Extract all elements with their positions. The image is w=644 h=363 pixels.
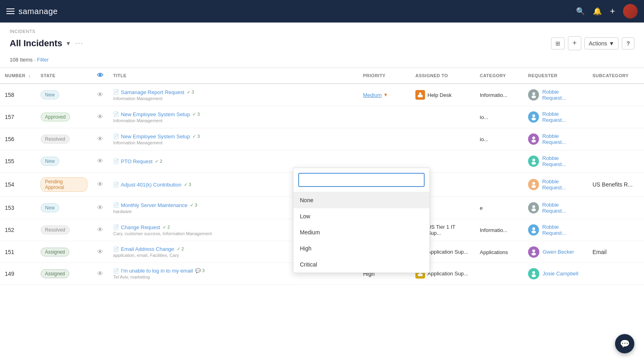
state-badge: Assigned	[41, 269, 69, 278]
doc-icon: 📄	[113, 224, 119, 230]
svg-point-12	[532, 205, 535, 208]
cell-number: 156	[0, 128, 36, 150]
col-number: NUMBER ↓	[0, 68, 36, 84]
cell-category: e	[475, 197, 523, 219]
priority-option-high[interactable]: High	[293, 240, 429, 256]
title-link[interactable]: Samanage Report Request	[121, 89, 184, 95]
eye-icon[interactable]: 👁	[97, 113, 103, 120]
requester-name[interactable]: Robbie Request...	[542, 111, 583, 123]
grid-view-button[interactable]: ⊞	[551, 37, 565, 49]
requester-avatar	[528, 156, 539, 167]
eye-icon[interactable]: 👁	[97, 204, 103, 211]
eye-icon[interactable]: 👁	[97, 135, 103, 142]
filter-link[interactable]: Filter	[37, 57, 49, 63]
actions-button[interactable]: Actions ▼	[584, 37, 619, 49]
cell-requester: Robbie Request...	[523, 84, 588, 106]
title-link[interactable]: Monthly Server Maintenance	[121, 202, 187, 208]
cell-assigned	[411, 128, 475, 150]
col-assigned: ASSIGNED TO	[411, 68, 475, 84]
requester-name[interactable]: Robbie Request...	[542, 202, 583, 214]
title-link[interactable]: Adjust 401(k) Contribution	[121, 182, 181, 188]
doc-icon: 📄	[113, 111, 119, 117]
priority-search-input[interactable]	[298, 173, 425, 187]
eye-icon[interactable]: 👁	[97, 91, 103, 98]
row-number: 149	[5, 271, 14, 277]
cell-subcategory	[588, 263, 644, 285]
sort-icon-number[interactable]: ↓	[29, 73, 31, 78]
eye-icon[interactable]: 👁	[97, 158, 103, 164]
requester-name[interactable]: Robbie Request...	[542, 133, 583, 145]
subheader: INCIDENTS All Incidents ▼ ··· ⊞ + Action…	[0, 23, 644, 68]
requester-name[interactable]: Josie Campbell	[543, 271, 578, 277]
requester-avatar	[528, 111, 539, 123]
eye-icon[interactable]: 👁	[97, 181, 103, 188]
doc-icon: 📄	[113, 182, 119, 187]
svg-point-10	[532, 182, 535, 185]
title-more[interactable]: ···	[75, 39, 84, 47]
search-icon[interactable]: 🔍	[576, 7, 585, 16]
team-name: Application Sup...	[427, 249, 468, 255]
title-link[interactable]: Change Request	[121, 224, 160, 230]
requester-name[interactable]: Robbie Request...	[542, 178, 583, 191]
svg-point-24	[533, 271, 535, 274]
priority-option-low[interactable]: Low	[293, 208, 429, 224]
table-row: 158New👁 📄 Samanage Report Request✓ 3 Inf…	[0, 84, 644, 106]
title-checks: ✓ 3	[184, 182, 191, 187]
add-button[interactable]: +	[568, 36, 581, 50]
title-link[interactable]: New Employee System Setup	[121, 111, 190, 117]
title-link[interactable]: PTO Request	[121, 158, 153, 164]
title-meta: Tel Aviv, marketing	[113, 275, 353, 279]
doc-icon: 📄	[113, 268, 119, 274]
eye-icon[interactable]: 👁	[97, 270, 103, 277]
cell-requester: Robbie Request...	[523, 197, 588, 219]
svg-point-4	[532, 115, 535, 117]
priority-option-none[interactable]: None	[293, 192, 429, 208]
col-priority: PRIORITY	[358, 68, 411, 84]
bell-icon[interactable]: 🔔	[593, 7, 602, 16]
cell-category: Informatio...	[475, 219, 523, 241]
eye-icon[interactable]: 👁	[97, 226, 103, 233]
priority-dropdown-trigger[interactable]: ▼	[383, 92, 388, 98]
help-button[interactable]: ?	[622, 37, 634, 49]
title-link[interactable]: I'm unable to log in to my email	[121, 268, 193, 274]
row-number: 153	[5, 205, 14, 211]
requester-name[interactable]: Gwen Becker	[543, 249, 574, 255]
svg-point-21	[532, 252, 536, 255]
dropdown-search-container	[293, 168, 429, 192]
add-icon[interactable]: +	[610, 6, 615, 16]
title-link[interactable]: New Employee System Setup	[121, 133, 190, 139]
avatar[interactable]	[623, 4, 638, 18]
title-dropdown-icon[interactable]: ▼	[66, 40, 71, 47]
doc-icon: 📄	[113, 158, 119, 164]
title-link[interactable]: Email Address Change	[121, 246, 174, 252]
title-meta: Information Management	[113, 118, 353, 123]
cell-category: Informatio...	[475, 84, 523, 106]
cell-priority	[358, 128, 411, 150]
chat-icon: 💬	[620, 339, 630, 349]
cell-category	[475, 172, 523, 197]
requester-name[interactable]: Robbie Request...	[542, 89, 583, 101]
cell-eye: 👁	[92, 172, 109, 197]
state-badge: New	[41, 90, 59, 99]
cell-state: Approved	[36, 106, 92, 128]
cell-subcategory	[588, 197, 644, 219]
priority-option-medium[interactable]: Medium	[293, 224, 429, 240]
title-checks: ✓ 2	[155, 159, 162, 164]
requester-avatar	[528, 224, 539, 236]
requester-name[interactable]: Robbie Request...	[542, 224, 583, 236]
chat-button[interactable]: 💬	[615, 334, 634, 353]
state-badge: Pending Approval	[41, 177, 87, 192]
row-number: 156	[5, 136, 14, 142]
eye-icon[interactable]: 👁	[97, 248, 103, 255]
cell-eye: 👁	[92, 128, 109, 150]
cell-state: Resolved	[36, 128, 92, 150]
priority-text[interactable]: Medium	[363, 92, 382, 98]
svg-point-8	[532, 159, 535, 162]
priority-option-critical[interactable]: Critical	[293, 256, 429, 273]
requester-name[interactable]: Robbie Request...	[542, 155, 583, 167]
cell-requester: Josie Campbell	[523, 263, 588, 285]
hamburger-menu[interactable]	[6, 8, 14, 14]
col-category: CATEGORY	[475, 68, 523, 84]
cell-state: Assigned	[36, 263, 92, 285]
brand-area: samanage	[6, 7, 576, 16]
